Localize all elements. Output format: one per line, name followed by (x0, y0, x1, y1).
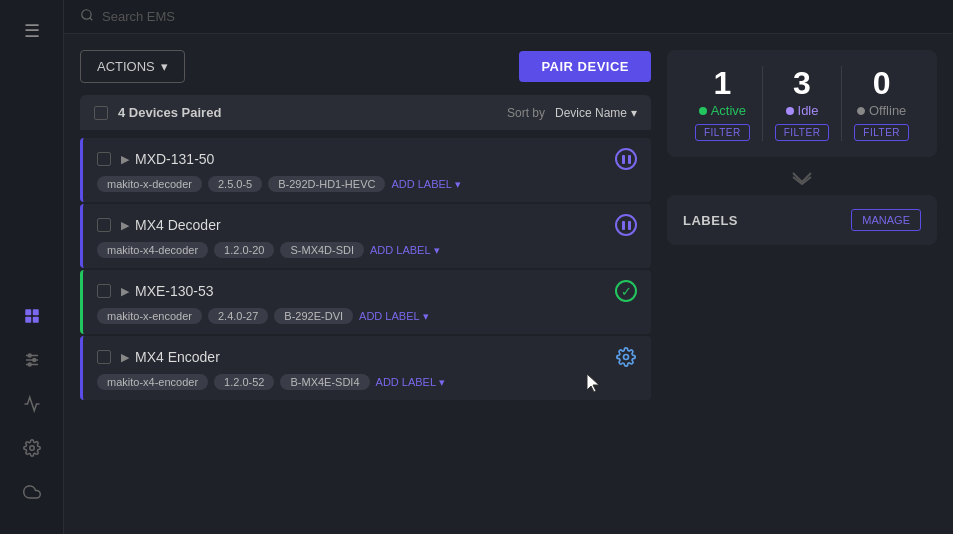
device-row[interactable]: ▶ MXD-131-50 makito-x-decoder 2.5.0-5 (80, 138, 651, 202)
tag: 2.4.0-27 (208, 308, 268, 324)
idle-dot (786, 107, 794, 115)
active-dot (699, 107, 707, 115)
add-label-chevron-icon: ▾ (434, 244, 440, 257)
idle-filter-button[interactable]: FILTER (775, 124, 830, 141)
device-tags: makito-x-encoder 2.4.0-27 B-292E-DVI ADD… (97, 308, 637, 324)
svg-rect-1 (32, 309, 38, 315)
tag: makito-x4-encoder (97, 374, 208, 390)
device-status-icon (615, 214, 637, 236)
right-panel: 1 Active FILTER 3 Idle FILTER (667, 50, 937, 518)
svg-line-12 (90, 18, 93, 21)
device-row[interactable]: ▶ MX4 Encoder makito-x4-encoder 1.2.0-52… (80, 336, 651, 400)
offline-count: 0 (873, 66, 891, 101)
sort-value[interactable]: Device Name ▾ (555, 106, 637, 120)
device-name: ▶ MXE-130-53 (121, 283, 214, 299)
tag: S-MX4D-SDI (280, 242, 364, 258)
active-status: ✓ (615, 280, 637, 302)
tag: makito-x-encoder (97, 308, 202, 324)
tag: B-MX4E-SDI4 (280, 374, 369, 390)
sort-chevron-icon: ▾ (631, 106, 637, 120)
pause-status (615, 214, 637, 236)
stats-card: 1 Active FILTER 3 Idle FILTER (667, 50, 937, 157)
tag: B-292D-HD1-HEVC (268, 176, 385, 192)
device-checkbox[interactable] (97, 284, 111, 298)
hamburger-icon[interactable]: ☰ (24, 20, 40, 42)
add-label-button[interactable]: ADD LABEL ▾ (376, 376, 446, 389)
bar-chart-icon[interactable] (14, 386, 50, 422)
tag: 2.5.0-5 (208, 176, 262, 192)
svg-point-13 (624, 355, 629, 360)
idle-stat: 3 Idle FILTER (763, 66, 843, 141)
manage-labels-button[interactable]: MANAGE (851, 209, 921, 231)
device-row[interactable]: ▶ MXE-130-53 ✓ makito-x-encoder 2.4.0-27… (80, 270, 651, 334)
cloud-icon[interactable] (14, 474, 50, 510)
pause-status (615, 148, 637, 170)
device-list: ▶ MXD-131-50 makito-x-decoder 2.5.0-5 (80, 138, 651, 400)
device-name: ▶ MXD-131-50 (121, 151, 214, 167)
device-list-header: 4 Devices Paired Sort by Device Name ▾ (80, 95, 651, 130)
device-tags: makito-x-decoder 2.5.0-5 B-292D-HD1-HEVC… (97, 176, 637, 192)
sliders-icon[interactable] (14, 342, 50, 378)
expand-icon[interactable]: ▶ (121, 219, 129, 232)
device-tags: makito-x4-encoder 1.2.0-52 B-MX4E-SDI4 A… (97, 374, 637, 390)
idle-count: 3 (793, 66, 811, 101)
offline-stat: 0 Offline FILTER (842, 66, 921, 141)
active-count: 1 (713, 66, 731, 101)
add-label-chevron-icon: ▾ (439, 376, 445, 389)
labels-card: LABELS MANAGE (667, 195, 937, 245)
chevron-down-icon: ▾ (161, 59, 168, 74)
device-checkbox[interactable] (97, 218, 111, 232)
content-area: ACTIONS ▾ PAIR DEVICE 4 Devices Paired S… (64, 34, 953, 534)
search-icon (80, 8, 94, 25)
tag: makito-x-decoder (97, 176, 202, 192)
add-label-chevron-icon: ▾ (423, 310, 429, 323)
idle-label: Idle (786, 103, 819, 118)
device-checkbox[interactable] (97, 152, 111, 166)
add-label-chevron-icon: ▾ (455, 178, 461, 191)
search-input[interactable] (102, 9, 402, 24)
topbar (64, 0, 953, 34)
pair-device-button[interactable]: PAIR DEVICE (519, 51, 651, 82)
device-checkbox[interactable] (97, 350, 111, 364)
expand-icon[interactable]: ▶ (121, 351, 129, 364)
svg-point-8 (32, 359, 35, 362)
active-filter-button[interactable]: FILTER (695, 124, 750, 141)
sort-label: Sort by (507, 106, 545, 120)
settings-icon[interactable] (14, 430, 50, 466)
tag: 1.2.0-20 (214, 242, 274, 258)
expand-icon[interactable]: ▶ (121, 153, 129, 166)
device-status-icon (615, 346, 637, 368)
device-count: 4 Devices Paired (118, 105, 221, 120)
add-label-button[interactable]: ADD LABEL ▾ (391, 178, 461, 191)
tag: makito-x4-decoder (97, 242, 208, 258)
offline-label: Offline (857, 103, 906, 118)
main-content: ACTIONS ▾ PAIR DEVICE 4 Devices Paired S… (64, 0, 953, 534)
left-panel: ACTIONS ▾ PAIR DEVICE 4 Devices Paired S… (80, 50, 651, 518)
svg-point-10 (29, 446, 34, 451)
svg-point-9 (28, 363, 31, 366)
device-status-icon: ✓ (615, 280, 637, 302)
svg-rect-3 (32, 317, 38, 323)
device-status-icon (615, 148, 637, 170)
device-name: ▶ MX4 Decoder (121, 217, 221, 233)
svg-rect-2 (25, 317, 31, 323)
svg-point-7 (28, 354, 31, 357)
table-icon[interactable] (14, 298, 50, 334)
expand-icon[interactable]: ▶ (121, 285, 129, 298)
tag: 1.2.0-52 (214, 374, 274, 390)
device-tags: makito-x4-decoder 1.2.0-20 S-MX4D-SDI AD… (97, 242, 637, 258)
offline-filter-button[interactable]: FILTER (854, 124, 909, 141)
select-all-checkbox[interactable] (94, 106, 108, 120)
active-stat: 1 Active FILTER (683, 66, 763, 141)
tag: B-292E-DVI (274, 308, 353, 324)
scroll-indicator (667, 171, 937, 185)
actions-button[interactable]: ACTIONS ▾ (80, 50, 185, 83)
device-name: ▶ MX4 Encoder (121, 349, 220, 365)
add-label-button[interactable]: ADD LABEL ▾ (359, 310, 429, 323)
labels-title: LABELS (683, 213, 738, 228)
active-label: Active (699, 103, 746, 118)
device-row[interactable]: ▶ MX4 Decoder makito-x4-decoder 1.2.0 (80, 204, 651, 268)
svg-point-11 (82, 10, 91, 19)
offline-dot (857, 107, 865, 115)
add-label-button[interactable]: ADD LABEL ▾ (370, 244, 440, 257)
